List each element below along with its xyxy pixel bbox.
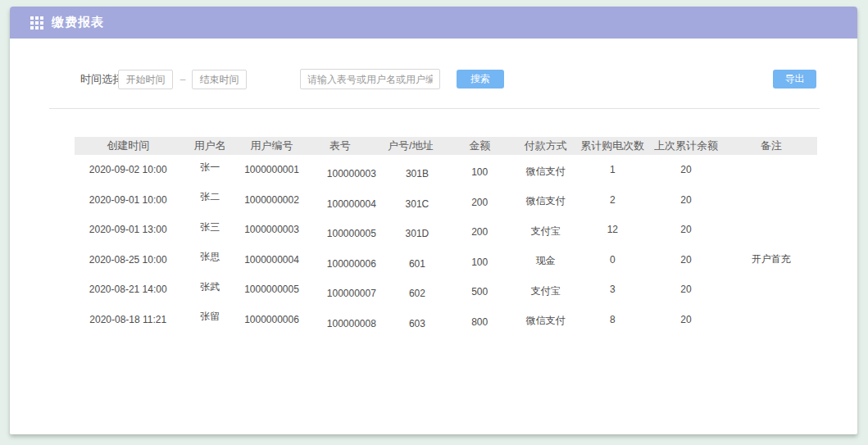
table-row: 2020-08-21 14:00张武1000000005100000007602…: [75, 275, 817, 305]
table-cell: 1000000002: [239, 185, 305, 216]
table-cell: 张思: [181, 245, 239, 275]
table-cell: 1000000003: [239, 215, 305, 245]
table-cell: 20: [647, 215, 725, 245]
table-cell: 张留: [181, 305, 239, 335]
table-row: 2020-08-25 10:00张思1000000004100000006601…: [75, 245, 817, 275]
column-header: 付款方式: [513, 137, 578, 155]
table-cell: 100000008: [305, 305, 375, 335]
page-title: 缴费报表: [52, 15, 104, 30]
table-cell: 2020-08-21 14:00: [75, 275, 181, 305]
column-header: 创建时间: [75, 137, 181, 155]
table-cell: 100: [446, 245, 513, 275]
table-cell: 现金: [513, 245, 578, 275]
table-cell: 1000000004: [239, 245, 305, 275]
table-cell: 开户首充: [725, 245, 817, 275]
table-cell: 603: [375, 305, 446, 335]
keyword-search-input[interactable]: [300, 69, 440, 89]
column-header: 用户编号: [239, 137, 305, 155]
table-cell: 微信支付: [513, 155, 578, 185]
start-time-input[interactable]: [118, 70, 173, 89]
table-cell: 20: [647, 275, 725, 305]
column-header: 户号/地址: [375, 137, 446, 155]
filter-bar: 时间选择 – 搜索 导出: [10, 70, 857, 89]
table-cell: 500: [446, 275, 513, 305]
table-cell: 602: [375, 275, 446, 305]
column-header: 金额: [446, 137, 513, 155]
table-cell: 200: [446, 215, 513, 245]
end-time-input[interactable]: [192, 70, 247, 89]
card-header: 缴费报表: [10, 7, 857, 39]
table-cell: 601: [375, 245, 446, 275]
table-cell: 1: [578, 155, 647, 185]
search-button[interactable]: 搜索: [457, 70, 504, 89]
table-cell: 800: [446, 305, 513, 335]
table-cell: 支付宝: [513, 275, 578, 305]
table-cell: 2020-09-02 10:00: [75, 155, 181, 185]
table-cell: 1000000001: [239, 155, 305, 185]
report-table: 创建时间用户名用户编号表号户号/地址金额付款方式累计购电次数上次累计余额备注 2…: [75, 137, 817, 334]
table-cell: [725, 155, 817, 185]
table-cell: 301C: [375, 185, 446, 216]
table-cell: 张三: [181, 215, 239, 245]
grid-icon: [30, 16, 43, 30]
table-cell: 2020-08-18 11:21: [75, 305, 181, 335]
table-cell: [725, 185, 817, 216]
table-cell: 20: [647, 185, 725, 216]
table-cell: 1000000006: [239, 305, 305, 335]
table-cell: 100: [446, 155, 513, 185]
column-header: 用户名: [181, 137, 239, 155]
column-header: 备注: [725, 137, 817, 155]
table-cell: 301D: [375, 215, 446, 245]
column-header: 表号: [305, 137, 375, 155]
table-cell: 100000005: [305, 215, 375, 245]
table-cell: 2020-09-01 10:00: [75, 185, 181, 216]
table-cell: 200: [446, 185, 513, 216]
page: 缴费报表 时间选择 – 搜索 导出 创建时间用户名用户编号表号户号/地址金额付款…: [0, 0, 868, 445]
table-header-row: 创建时间用户名用户编号表号户号/地址金额付款方式累计购电次数上次累计余额备注: [75, 137, 817, 155]
table-cell: 0: [578, 245, 647, 275]
table-cell: 张二: [181, 185, 239, 216]
table-cell: 8: [578, 305, 647, 335]
table-cell: 2020-09-01 13:00: [75, 215, 181, 245]
filter-divider: [49, 108, 820, 109]
table-row: 2020-09-01 13:00张三1000000003100000005301…: [75, 215, 817, 245]
table-cell: 100000007: [305, 275, 375, 305]
table-cell: [725, 305, 817, 335]
table-row: 2020-09-02 10:00张一1000000001100000003301…: [75, 155, 817, 185]
column-header: 上次累计余额: [647, 137, 725, 155]
table-cell: 301B: [375, 155, 446, 185]
table-cell: 12: [578, 215, 647, 245]
table-cell: 100000004: [305, 185, 375, 216]
date-range-separator: –: [175, 70, 190, 89]
table-cell: 微信支付: [513, 305, 578, 335]
export-button[interactable]: 导出: [773, 70, 816, 89]
table-row: 2020-08-18 11:21张留1000000006100000008603…: [75, 305, 817, 335]
table-cell: 2: [578, 185, 647, 216]
column-header: 累计购电次数: [578, 137, 647, 155]
table-cell: 2020-08-25 10:00: [75, 245, 181, 275]
time-select-label: 时间选择: [80, 70, 123, 89]
table-cell: 20: [647, 155, 725, 185]
report-card: 缴费报表 时间选择 – 搜索 导出 创建时间用户名用户编号表号户号/地址金额付款…: [10, 7, 857, 434]
table-cell: 张一: [181, 155, 239, 185]
table-cell: [725, 275, 817, 305]
table-cell: 20: [647, 305, 725, 335]
table-cell: 20: [647, 245, 725, 275]
table-cell: 支付宝: [513, 215, 578, 245]
table-cell: [725, 215, 817, 245]
table-cell: 3: [578, 275, 647, 305]
table-cell: 微信支付: [513, 185, 578, 216]
table-cell: 100000003: [305, 155, 375, 185]
table-cell: 张武: [181, 275, 239, 305]
table-cell: 100000006: [305, 245, 375, 275]
table-cell: 1000000005: [239, 275, 305, 305]
table-row: 2020-09-01 10:00张二1000000002100000004301…: [75, 185, 817, 216]
